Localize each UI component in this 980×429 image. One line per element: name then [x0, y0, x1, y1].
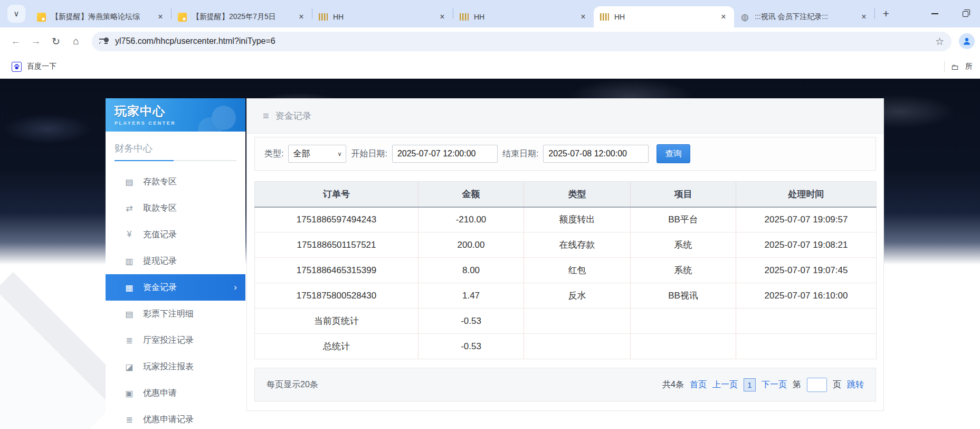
sidebar-item-recharge-records[interactable]: ¥ 充值记录: [106, 221, 245, 248]
bookmark-star-icon[interactable]: ☆: [935, 35, 944, 48]
address-bar[interactable]: yl756.com/hhcp/usercenter.html?iniType=6…: [92, 32, 952, 51]
section-title-finance: 财务中心: [115, 142, 236, 155]
tab-hh-1[interactable]: HH ×: [312, 6, 453, 27]
divider: [944, 61, 945, 72]
url-text[interactable]: yl756.com/hhcp/usercenter.html?iniType=6: [115, 36, 929, 46]
new-tab-button[interactable]: +: [878, 6, 894, 22]
wallet-icon: ▥: [123, 256, 135, 266]
cell-order-no: 1751886597494243: [255, 207, 418, 232]
forum-icon: [37, 13, 46, 22]
cell-order-no: 1751886501157521: [255, 232, 418, 258]
chevron-right-icon: ›: [234, 282, 237, 293]
reload-button[interactable]: ↻: [47, 33, 64, 50]
close-icon[interactable]: ×: [155, 12, 166, 22]
tab-forum-2[interactable]: 【新提醒】2025年7月5日 ×: [172, 6, 312, 27]
tab-hh-2[interactable]: HH ×: [453, 6, 594, 27]
type-select-value: 全部: [293, 148, 310, 160]
tab-search-button[interactable]: ∨: [7, 5, 25, 23]
tab-title: HH: [333, 13, 432, 21]
chevron-down-icon: ∨: [337, 151, 341, 157]
forward-button[interactable]: →: [27, 33, 44, 50]
bookmark-baidu[interactable]: 百度一下: [7, 60, 61, 74]
end-date-label: 结束日期:: [502, 148, 538, 160]
hh-logo-icon: [600, 13, 609, 21]
fund-records-panel: ≡ 资金记录 类型: 全部 ∨ 开始日期: 结束日期: 查询 订单号 金额 类型: [246, 98, 884, 411]
person-icon: [962, 36, 972, 46]
sidebar-item-label: 厅室投注记录: [143, 335, 194, 346]
sidebar-item-hall-bet-records[interactable]: ≣ 厅室投注记录: [106, 327, 245, 353]
bookmark-label: 百度一下: [27, 62, 56, 71]
end-date-input[interactable]: [543, 145, 649, 163]
cell-empty: [524, 334, 631, 359]
close-icon[interactable]: ×: [437, 12, 448, 22]
cell-order-no: 1751886465315399: [255, 258, 418, 283]
sidebar-menu: ▤ 存款专区 ⇄ 取款专区 ¥ 充值记录 ▥ 提现记录 ▦ 资金记录 › ▤: [106, 169, 245, 429]
close-icon[interactable]: ×: [718, 12, 729, 22]
sidebar-item-player-bet-report[interactable]: ◪ 玩家投注报表: [106, 353, 245, 380]
cell-time: 2025-07-07 19:09:57: [736, 207, 877, 232]
sidebar-item-label: 优惠申请: [143, 388, 177, 399]
sidebar-item-promo-apply[interactable]: ▣ 优惠申请: [106, 380, 245, 406]
cell-type: 红包: [524, 258, 631, 283]
close-icon[interactable]: ×: [859, 12, 869, 22]
tab-hh-active[interactable]: HH ×: [594, 6, 734, 27]
table-row-grand-total: 总统计 -0.53: [255, 334, 877, 359]
baidu-paw-icon: [12, 62, 22, 72]
jump-prefix-label: 第: [793, 379, 801, 390]
sidebar-item-label: 取款专区: [143, 203, 177, 214]
jump-link[interactable]: 跳转: [847, 379, 864, 390]
cell-empty: [524, 309, 631, 334]
hh-logo-icon: [319, 13, 328, 21]
all-bookmarks-label[interactable]: 所: [965, 62, 973, 71]
sidebar-item-label: 存款专区: [143, 176, 177, 188]
hamburger-icon[interactable]: ≡: [263, 110, 269, 122]
cell-amount: -210.00: [418, 207, 524, 232]
cell-grand-total-amount: -0.53: [418, 334, 524, 359]
panel-header: ≡ 资金记录: [247, 99, 883, 134]
next-page-link[interactable]: 下一页: [762, 379, 787, 390]
cell-project: 系统: [631, 258, 736, 283]
site-info-icon[interactable]: [99, 38, 109, 45]
close-icon[interactable]: ×: [578, 12, 588, 22]
current-page-badge[interactable]: 1: [744, 378, 756, 391]
table-row: 1751875800528430 1.47 反水 BB视讯 2025-07-07…: [255, 283, 877, 309]
close-icon[interactable]: ×: [296, 12, 307, 22]
report-chart-icon: ◪: [123, 362, 135, 372]
cell-grand-total-label: 总统计: [255, 334, 418, 359]
cell-type: 反水: [524, 283, 631, 309]
coupon-icon: ▣: [123, 388, 135, 398]
cell-time: 2025-07-07 19:08:21: [736, 232, 877, 258]
minimize-button[interactable]: [931, 13, 938, 14]
sidebar-subtitle: PLAYERS CENTER: [115, 120, 245, 126]
cell-project: BB平台: [631, 207, 736, 232]
detail-list-icon: ≣: [123, 335, 135, 346]
sidebar-item-fund-records[interactable]: ▦ 资金记录 ›: [106, 274, 245, 301]
sidebar-item-deposit-zone[interactable]: ▤ 存款专区: [106, 169, 245, 195]
type-select[interactable]: 全部 ∨: [288, 145, 346, 163]
forum-icon: [178, 13, 187, 22]
prev-page-link[interactable]: 上一页: [712, 379, 738, 390]
table-row: 1751886465315399 8.00 红包 系统 2025-07-07 1…: [255, 258, 877, 283]
start-date-input[interactable]: [392, 145, 498, 163]
back-button[interactable]: ←: [7, 33, 24, 50]
player-center-sidebar: 玩家中心 PLAYERS CENTER 财务中心 ▤ 存款专区 ⇄ 取款专区 ¥…: [106, 98, 245, 429]
restore-button[interactable]: [963, 11, 968, 17]
query-button[interactable]: 查询: [656, 144, 690, 163]
sidebar-item-withdraw-zone[interactable]: ⇄ 取款专区: [106, 195, 245, 221]
sidebar-item-promo-apply-records[interactable]: ≣ 优惠申请记录: [106, 406, 245, 429]
cell-project: BB视讯: [631, 283, 736, 309]
cell-project: 系统: [631, 232, 736, 258]
profile-avatar[interactable]: [959, 33, 975, 49]
tab-forum-1[interactable]: 【新提醒】海燕策略论坛综 ×: [31, 6, 171, 27]
cell-empty: [631, 334, 736, 359]
tab-title: :::视讯 会员下注纪录:::: [755, 12, 853, 22]
sidebar-item-withdrawal-records[interactable]: ▥ 提现记录: [106, 248, 245, 274]
tab-video-records[interactable]: ◍ :::视讯 会员下注纪录::: ×: [734, 6, 874, 27]
tab-title: HH: [474, 13, 573, 21]
folder-icon: 🗀: [951, 62, 959, 71]
first-page-link[interactable]: 首页: [690, 379, 707, 390]
table-row: 1751886501157521 200.00 在线存款 系统 2025-07-…: [255, 232, 877, 258]
sidebar-item-lottery-bet-details[interactable]: ▤ 彩票下注明细: [106, 301, 245, 327]
home-button[interactable]: ⌂: [68, 33, 84, 50]
jump-page-input[interactable]: [807, 378, 827, 392]
